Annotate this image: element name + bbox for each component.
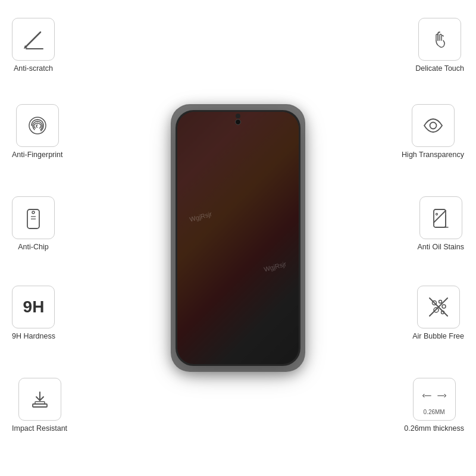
privacy-screen-protector xyxy=(171,104,305,372)
air-bubble-icon-box xyxy=(417,286,460,328)
anti-chip-label: Anti-Chip xyxy=(18,243,48,251)
thickness-arrows-icon xyxy=(422,384,446,408)
feature-high-transparency: High Transparency xyxy=(402,104,464,159)
feature-anti-chip: Anti-Chip xyxy=(12,196,55,251)
feature-9h-hardness: 9H 9H Hardness xyxy=(12,286,55,340)
impact-icon-box xyxy=(18,378,61,421)
high-transparency-label: High Transparency xyxy=(402,151,464,159)
bubble-icon xyxy=(427,295,450,319)
svg-point-19 xyxy=(442,305,446,308)
delicate-touch-label: Delicate Touch xyxy=(415,64,464,73)
9h-hardness-label: 9H Hardness xyxy=(12,332,55,340)
fingerprint-icon xyxy=(26,114,49,137)
high-transparency-icon-box xyxy=(412,104,455,147)
feature-anti-scratch: Anti-scratch xyxy=(12,18,55,73)
thickness-icon-content: 0.26MM xyxy=(422,384,446,415)
eye-icon xyxy=(421,114,445,137)
touch-icon xyxy=(428,27,452,51)
privacy-screen-camera-hole xyxy=(236,114,240,118)
anti-chip-icon-box xyxy=(12,196,55,239)
air-bubble-free-label: Air Bubble Free xyxy=(412,332,464,340)
feature-impact-resistant: Impact Resistant xyxy=(12,378,67,433)
impact-resistant-label: Impact Resistant xyxy=(12,424,67,433)
anti-fingerprint-icon-box xyxy=(16,104,59,147)
svg-line-14 xyxy=(434,211,446,223)
thickness-icon-box: 0.26MM xyxy=(413,378,456,421)
anti-oil-label: Anti Oil Stains xyxy=(417,243,464,251)
feature-air-bubble-free: Air Bubble Free xyxy=(412,286,464,340)
feature-anti-oil: Anti Oil Stains xyxy=(417,196,464,251)
main-container: Anti-scratch Anti-Fingerprint xyxy=(0,0,476,476)
feature-thickness: 0.26MM 0.26mm thickness xyxy=(404,378,464,433)
feature-delicate-touch: Delicate Touch xyxy=(415,18,464,73)
svg-point-13 xyxy=(436,214,437,215)
thickness-label: 0.26mm thickness xyxy=(404,424,464,433)
phone-camera xyxy=(235,119,241,125)
delicate-touch-icon-box xyxy=(418,18,461,61)
anti-fingerprint-label: Anti-Fingerprint xyxy=(12,151,62,159)
svg-rect-9 xyxy=(35,402,45,404)
feature-anti-fingerprint: Anti-Fingerprint xyxy=(12,104,62,159)
anti-chip-icon xyxy=(21,206,45,230)
svg-point-18 xyxy=(439,300,441,303)
scratch-icon xyxy=(21,27,45,51)
phone-wrapper: WgjRsjr WgjRsjr xyxy=(176,110,300,366)
9h-text-icon: 9H xyxy=(23,298,45,317)
svg-point-11 xyxy=(430,123,436,129)
svg-point-5 xyxy=(32,211,35,214)
anti-scratch-label: Anti-scratch xyxy=(14,64,53,73)
9h-icon-box: 9H xyxy=(12,286,55,328)
oil-icon xyxy=(429,206,453,230)
anti-oil-icon-box xyxy=(419,196,462,239)
svg-line-0 xyxy=(26,32,40,46)
anti-scratch-icon-box xyxy=(12,18,55,61)
thickness-value: 0.26MM xyxy=(424,409,445,415)
impact-icon xyxy=(28,387,52,411)
